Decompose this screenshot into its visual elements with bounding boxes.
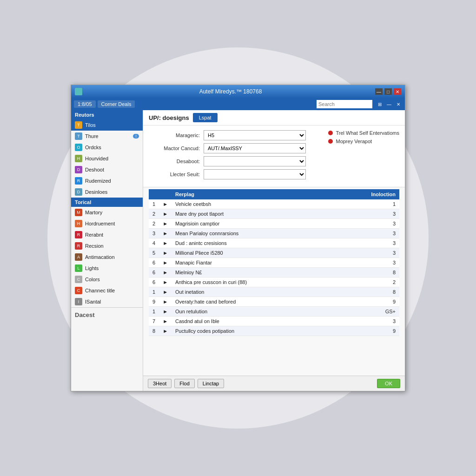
sidebar-item-lights[interactable]: L Lights bbox=[71, 263, 143, 274]
form-row-1: Marageric: H5 bbox=[149, 130, 319, 140]
sidebar-item-hordruement[interactable]: H Hordruement bbox=[71, 218, 143, 229]
sidebar-label-lights: Lights bbox=[85, 265, 99, 271]
table-header: Rerplag Inoloction bbox=[149, 189, 399, 199]
row-label: Millional Pliece i5280 bbox=[172, 248, 334, 258]
row-arrow: ► bbox=[159, 248, 172, 258]
footer-btn-2[interactable]: Flod bbox=[174, 379, 194, 388]
sidebar-item-desinloes[interactable]: D Desinloes bbox=[71, 186, 143, 198]
row-label: Vehicle ceetbsh bbox=[172, 199, 334, 209]
table-row[interactable]: 3 ► Mean Parialoy connrarsions 3 bbox=[149, 229, 399, 238]
row-arrow: ► bbox=[159, 199, 172, 209]
sidebar-item-channec-title[interactable]: C Channec title bbox=[71, 285, 143, 296]
col-rerplag-header: Rerplag bbox=[172, 189, 334, 199]
close-button[interactable]: ✕ bbox=[394, 88, 401, 95]
row-label: Mean Parialoy connrarsions bbox=[172, 229, 334, 238]
field2-label: Mactor Cancud: bbox=[149, 145, 200, 151]
table-row[interactable]: 1 ► Oun retulution GS+ bbox=[149, 307, 399, 317]
field1-select[interactable]: H5 bbox=[204, 130, 306, 140]
row-num: 2 bbox=[149, 209, 159, 219]
table-row[interactable]: 9 ► Overaty:hate cand befored 9 bbox=[149, 297, 399, 307]
row-label: Magrisioin camptior bbox=[172, 219, 334, 229]
menu-item-1[interactable]: 1:8/05 bbox=[74, 100, 96, 108]
table-row[interactable]: 8 ► Puctullcy codes potipation 9 bbox=[149, 326, 399, 336]
row-num: 7 bbox=[149, 317, 159, 326]
field3-select[interactable] bbox=[204, 156, 306, 166]
field2-select[interactable]: AUT/.MaxISSY bbox=[204, 143, 306, 153]
main-window: Autelf Miredys.™ 180768 — □ ✕ 1:8/05 Cor… bbox=[71, 85, 405, 391]
menu-search-input[interactable] bbox=[317, 100, 372, 108]
sidebar-item-rudemized[interactable]: R Rudemized bbox=[71, 175, 143, 186]
antimacation-icon: A bbox=[75, 253, 82, 261]
row-value: 3 bbox=[334, 238, 399, 248]
hourvided-icon: H bbox=[75, 155, 82, 162]
sidebar-item-colors[interactable]: C Colors bbox=[71, 274, 143, 285]
table-row[interactable]: 6 ► Manapic Fiantar 3 bbox=[149, 258, 399, 268]
footer-btn-1[interactable]: 3Heot bbox=[148, 379, 172, 388]
content-title: UP/: doesigns bbox=[149, 114, 189, 121]
minimize-button[interactable]: — bbox=[375, 88, 383, 95]
row-label: Out inetation bbox=[172, 287, 334, 297]
menu-icon-3[interactable]: ✕ bbox=[395, 100, 402, 108]
sidebar-label-ordcks: Ordcks bbox=[85, 145, 101, 150]
table-row[interactable]: 4 ► Dud : anintc cresisions 3 bbox=[149, 238, 399, 248]
data-table: Rerplag Inoloction 1 ► Vehicle ceetbsh 1… bbox=[149, 189, 399, 336]
row-label: Dud : anintc cresisions bbox=[172, 238, 334, 248]
field4-select[interactable] bbox=[204, 169, 306, 179]
table-row[interactable]: 6 ► Anthica pre cusscon in curi (88) 2 bbox=[149, 278, 399, 287]
row-value: 2 bbox=[334, 278, 399, 287]
sidebar-label-isantal: ISantal bbox=[85, 299, 101, 304]
table-row[interactable]: 2 ► Mare dny poot tlaport 3 bbox=[149, 209, 399, 219]
col-num-header bbox=[149, 189, 159, 199]
sidebar-item-ordcks[interactable]: O Ordcks bbox=[71, 142, 143, 153]
tab-lspat[interactable]: Lspat bbox=[193, 113, 218, 122]
table-row[interactable]: 1 ► Out inetation 8 bbox=[149, 287, 399, 297]
desinloes-icon: D bbox=[75, 188, 82, 196]
rerabnt-icon: R bbox=[75, 231, 82, 238]
table-row[interactable]: 7 ► Casdnd atul on Ible 3 bbox=[149, 317, 399, 326]
sidebar-item-antimacation[interactable]: A Antimacation bbox=[71, 251, 143, 263]
row-arrow: ► bbox=[159, 238, 172, 248]
sidebar-item-martory[interactable]: M Martory bbox=[71, 207, 143, 218]
table-row[interactable]: 2 ► Magrisioin camptior 3 bbox=[149, 219, 399, 229]
form-row-3: Desaboot: bbox=[149, 156, 319, 166]
menu-item-2[interactable]: Corner Deals bbox=[98, 100, 135, 108]
row-label: Oun retulution bbox=[172, 307, 334, 317]
row-arrow: ► bbox=[159, 258, 172, 268]
sidebar-item-rerabnt[interactable]: R Rerabnt bbox=[71, 229, 143, 240]
sidebar-item-recsion[interactable]: R Recsion bbox=[71, 240, 143, 251]
sidebar-label-martory: Martory bbox=[85, 210, 102, 215]
ok-button[interactable]: OK bbox=[377, 379, 400, 388]
menu-icon-1[interactable]: ⊞ bbox=[376, 100, 383, 108]
table-row[interactable]: 1 ► Vehicle ceetbsh 1 bbox=[149, 199, 399, 209]
sidebar-label-hordruement: Hordruement bbox=[85, 221, 115, 226]
sidebar-item-hourvided[interactable]: H Hourvided bbox=[71, 153, 143, 164]
form-row-2: Mactor Cancud: AUT/.MaxISSY bbox=[149, 143, 319, 153]
app-icon bbox=[75, 88, 82, 95]
table-row[interactable]: 5 ► Millional Pliece i5280 3 bbox=[149, 248, 399, 258]
sidebar-item-isantal[interactable]: I ISantal bbox=[71, 296, 143, 307]
sidebar-item-thure[interactable]: T Thure ! bbox=[71, 131, 143, 142]
row-value: 3 bbox=[334, 248, 399, 258]
row-num: 1 bbox=[149, 199, 159, 209]
menu-icon-group: ⊞ — ✕ bbox=[376, 100, 402, 108]
footer-btn-3[interactable]: Linctap bbox=[198, 379, 224, 388]
row-num: 4 bbox=[149, 238, 159, 248]
dot-red-2 bbox=[328, 139, 333, 144]
sidebar-item-deshoot[interactable]: D Deshoot bbox=[71, 164, 143, 175]
row-num: 8 bbox=[149, 326, 159, 336]
row-label: Puctullcy codes potipation bbox=[172, 326, 334, 336]
row-arrow: ► bbox=[159, 219, 172, 229]
content-area: UP/: doesigns Lspat Marageric: H5 bbox=[143, 110, 405, 391]
sidebar-label-colors: Colors bbox=[85, 277, 100, 282]
title-bar: Autelf Miredys.™ 180768 — □ ✕ bbox=[71, 85, 405, 98]
content-header: UP/: doesigns Lspat bbox=[143, 110, 405, 126]
form-area: Marageric: H5 Mactor Cancud: AUT/.MaxISS… bbox=[143, 126, 405, 187]
isantal-icon: I bbox=[75, 298, 82, 305]
dot-red-1 bbox=[328, 131, 333, 135]
table-row[interactable]: 6 ► Mielnioy N£ 8 bbox=[149, 268, 399, 278]
row-value: 8 bbox=[334, 287, 399, 297]
maximize-button[interactable]: □ bbox=[384, 88, 392, 95]
row-num: 3 bbox=[149, 229, 159, 238]
menu-icon-2[interactable]: — bbox=[385, 100, 393, 108]
sidebar-item-tilos[interactable]: T Tilos bbox=[71, 119, 143, 131]
